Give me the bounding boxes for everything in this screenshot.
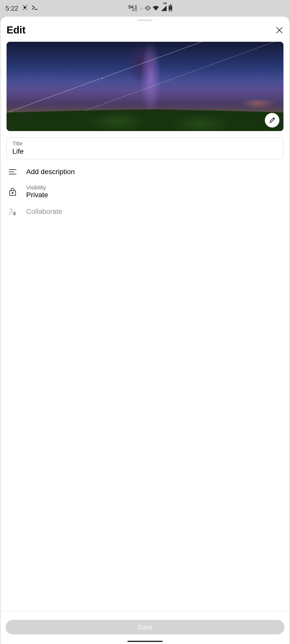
visibility-row[interactable]: Visibility Private (8, 184, 178, 199)
terminal-icon (31, 5, 38, 12)
title-field[interactable]: Title (7, 138, 178, 159)
svg-point-15 (10, 209, 13, 211)
network-speed: 54.1 kB/s (128, 5, 137, 12)
lock-icon (8, 187, 18, 196)
svg-point-14 (12, 192, 13, 194)
edit-sheet: Edit Title (1, 17, 178, 394)
svg-rect-13 (10, 191, 16, 195)
svg-point-0 (24, 7, 26, 9)
add-description-row[interactable]: Add description (8, 168, 178, 176)
description-icon (8, 169, 18, 175)
collaborate-label: Collaborate (26, 208, 62, 216)
sheet-title: Edit (7, 24, 26, 36)
wifi-icon (153, 5, 159, 12)
status-bar: 5:22 54.1 kB/s ↑↓ (0, 0, 178, 17)
svg-rect-2 (147, 6, 149, 10)
target-icon (22, 5, 28, 12)
cell-signal-icon (161, 6, 167, 11)
svg-point-16 (14, 212, 15, 213)
cover-image (7, 42, 178, 131)
add-description-label: Add description (26, 168, 75, 176)
clock: 5:22 (6, 5, 18, 12)
battery-icon (169, 5, 172, 11)
title-input[interactable] (12, 147, 178, 155)
net-arrows-icon: ↑↓ (140, 7, 143, 10)
vibrate-icon (145, 5, 151, 12)
visibility-label: Visibility (26, 184, 48, 191)
collaborate-row: Collaborate (8, 208, 178, 216)
collaborate-icon (8, 208, 18, 215)
visibility-value: Private (26, 191, 48, 199)
title-label: Title (12, 140, 23, 147)
